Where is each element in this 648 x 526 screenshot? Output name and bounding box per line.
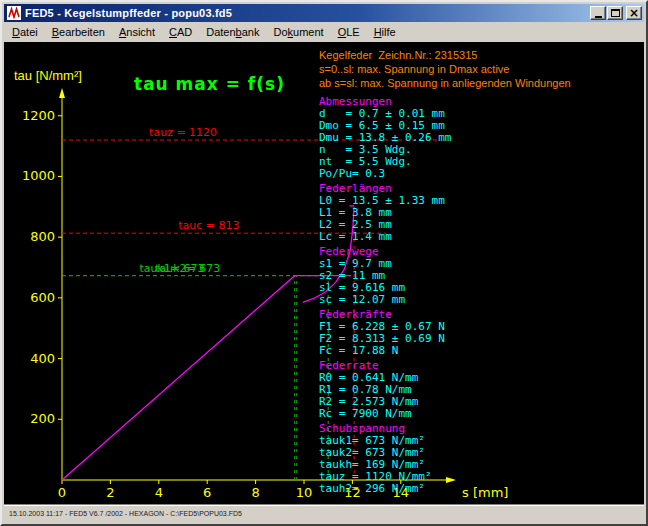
panel-value-line: Fc = 17.88 N: [319, 345, 451, 357]
chart-title: tau max = f(s): [134, 74, 285, 94]
menu-item-datenbank[interactable]: Datenbank: [199, 23, 266, 41]
x-tick-label: 10: [296, 485, 313, 500]
menu-item-dokument[interactable]: Dokument: [266, 23, 330, 41]
minimize-icon: [595, 16, 602, 18]
drawing-header-line: Kegelfeder Zeichn.Nr.: 2315315: [319, 48, 571, 62]
results-panel: Abmessungend = 0.7 ± 0.01 mmDmo = 6.5 ± …: [319, 96, 451, 495]
chart-area: 0246810121420040060080010001200s [mm]tau…: [4, 42, 644, 506]
panel-value-line: Rc = 7900 N/mm: [319, 408, 451, 420]
close-icon: ×: [629, 8, 639, 18]
x-axis-label: s [mm]: [462, 485, 508, 500]
close-button[interactable]: ×: [626, 6, 642, 20]
ref-line-label-tauz: tauz = 1120: [149, 126, 217, 139]
x-tick-label: 2: [106, 485, 114, 500]
ref-line-label-tauk: tauk2= 673: [155, 262, 220, 275]
panel-value-line: Po/Pu= 0.3: [319, 168, 451, 180]
x-tick-label: 8: [251, 485, 259, 500]
y-tick-label: 1000: [22, 168, 55, 183]
x-tick-label: 4: [155, 485, 163, 500]
maximize-icon: [611, 9, 620, 17]
statusbar: 15.10.2003 11:17 - FED5 V6.7 /2002 - HEX…: [4, 504, 644, 522]
y-tick-label: 400: [30, 351, 55, 366]
menu-item-bearbeiten[interactable]: Bearbeiten: [45, 23, 112, 41]
menu-item-ole[interactable]: OLE: [331, 23, 367, 41]
y-axis-label: tau [N/mm²]: [14, 68, 82, 83]
y-tick-label: 600: [30, 290, 55, 305]
menu-item-datei[interactable]: Datei: [5, 23, 45, 41]
titlebar[interactable]: FED5 - Kegelstumpffeder - popu03.fd5 ×: [4, 4, 644, 22]
window-title: FED5 - Kegelstumpffeder - popu03.fd5: [25, 7, 589, 19]
series-tau-max-linear-branch: [62, 276, 351, 480]
panel-value-line: tauh2= 296 N/mm²: [319, 483, 451, 495]
drawing-header-line: ab s=sl: max. Spannung in anliegenden Wi…: [319, 76, 571, 90]
minimize-button[interactable]: [590, 6, 606, 20]
drawing-header-line: s=0..sl: max. Spannung in Dmax active: [319, 62, 571, 76]
ref-line-label-tauc: tauc = 813: [178, 219, 239, 232]
x-tick-label: 6: [203, 485, 211, 500]
app-icon: [7, 6, 21, 20]
y-tick-label: 1200: [22, 108, 55, 123]
y-axis-arrow-icon: [59, 88, 65, 98]
y-tick-label: 200: [30, 411, 55, 426]
status-text: 15.10.2003 11:17 - FED5 V6.7 /2002 - HEX…: [4, 510, 242, 517]
menu-item-cad[interactable]: CAD: [162, 23, 199, 41]
menubar: DateiBearbeitenAnsichtCADDatenbankDokume…: [4, 22, 644, 42]
menu-item-ansicht[interactable]: Ansicht: [112, 23, 162, 41]
x-tick-label: 0: [58, 485, 66, 500]
menu-item-hilfe[interactable]: Hilfe: [367, 23, 403, 41]
panel-value-line: Lc = 1.4 mm: [319, 231, 451, 243]
y-tick-label: 800: [30, 229, 55, 244]
drawing-header: Kegelfeder Zeichn.Nr.: 2315315s=0..sl: m…: [319, 48, 571, 90]
panel-value-line: sc = 12.07 mm: [319, 294, 451, 306]
app-window: FED5 - Kegelstumpffeder - popu03.fd5 × D…: [0, 0, 648, 526]
maximize-button[interactable]: [607, 6, 623, 20]
